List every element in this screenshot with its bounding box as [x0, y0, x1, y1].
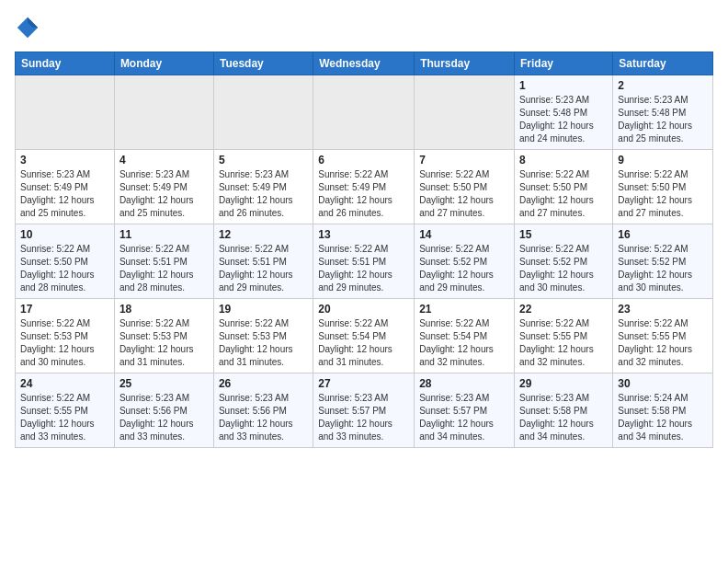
- week-row-1: 1Sunrise: 5:23 AM Sunset: 5:48 PM Daylig…: [16, 75, 713, 150]
- day-info: Sunrise: 5:23 AM Sunset: 5:57 PM Dayligh…: [318, 392, 409, 443]
- calendar-table: SundayMondayTuesdayWednesdayThursdayFrid…: [15, 52, 713, 448]
- day-header-wednesday: Wednesday: [313, 52, 415, 75]
- calendar-cell: [415, 75, 515, 150]
- day-number: 20: [318, 303, 409, 316]
- day-header-tuesday: Tuesday: [213, 52, 313, 75]
- calendar-cell: 4Sunrise: 5:23 AM Sunset: 5:49 PM Daylig…: [114, 150, 213, 224]
- calendar-cell: 1Sunrise: 5:23 AM Sunset: 5:48 PM Daylig…: [515, 75, 613, 150]
- day-number: 11: [119, 228, 209, 241]
- day-info: Sunrise: 5:22 AM Sunset: 5:52 PM Dayligh…: [519, 243, 608, 294]
- calendar-cell: [114, 75, 213, 150]
- calendar-cell: [313, 75, 415, 150]
- week-row-3: 10Sunrise: 5:22 AM Sunset: 5:50 PM Dayli…: [16, 224, 713, 299]
- day-info: Sunrise: 5:22 AM Sunset: 5:53 PM Dayligh…: [20, 317, 109, 369]
- day-info: Sunrise: 5:23 AM Sunset: 5:56 PM Dayligh…: [119, 392, 209, 443]
- day-info: Sunrise: 5:23 AM Sunset: 5:56 PM Dayligh…: [219, 392, 308, 443]
- logo-icon: [15, 15, 40, 40]
- calendar-cell: 25Sunrise: 5:23 AM Sunset: 5:56 PM Dayli…: [114, 373, 213, 448]
- day-info: Sunrise: 5:22 AM Sunset: 5:55 PM Dayligh…: [618, 317, 708, 369]
- day-info: Sunrise: 5:22 AM Sunset: 5:51 PM Dayligh…: [119, 243, 209, 294]
- week-row-4: 17Sunrise: 5:22 AM Sunset: 5:53 PM Dayli…: [16, 299, 713, 373]
- header-row: SundayMondayTuesdayWednesdayThursdayFrid…: [16, 52, 713, 75]
- day-info: Sunrise: 5:22 AM Sunset: 5:55 PM Dayligh…: [519, 317, 608, 369]
- calendar-cell: 9Sunrise: 5:22 AM Sunset: 5:50 PM Daylig…: [613, 150, 713, 224]
- calendar-cell: 22Sunrise: 5:22 AM Sunset: 5:55 PM Dayli…: [515, 299, 613, 373]
- calendar-cell: 15Sunrise: 5:22 AM Sunset: 5:52 PM Dayli…: [515, 224, 613, 299]
- day-info: Sunrise: 5:23 AM Sunset: 5:48 PM Dayligh…: [519, 94, 608, 145]
- day-number: 8: [519, 154, 608, 167]
- day-info: Sunrise: 5:23 AM Sunset: 5:48 PM Dayligh…: [618, 94, 708, 145]
- day-info: Sunrise: 5:23 AM Sunset: 5:58 PM Dayligh…: [519, 392, 608, 443]
- calendar-cell: 12Sunrise: 5:22 AM Sunset: 5:51 PM Dayli…: [213, 224, 313, 299]
- day-info: Sunrise: 5:23 AM Sunset: 5:57 PM Dayligh…: [419, 392, 509, 443]
- day-info: Sunrise: 5:22 AM Sunset: 5:49 PM Dayligh…: [318, 168, 409, 220]
- calendar-cell: 19Sunrise: 5:22 AM Sunset: 5:53 PM Dayli…: [213, 299, 313, 373]
- calendar-cell: [213, 75, 313, 150]
- calendar-cell: 24Sunrise: 5:22 AM Sunset: 5:55 PM Dayli…: [16, 373, 115, 448]
- day-number: 19: [219, 303, 308, 316]
- calendar-cell: 28Sunrise: 5:23 AM Sunset: 5:57 PM Dayli…: [415, 373, 515, 448]
- day-header-saturday: Saturday: [613, 52, 713, 75]
- day-number: 28: [419, 377, 509, 390]
- day-info: Sunrise: 5:22 AM Sunset: 5:52 PM Dayligh…: [618, 243, 708, 294]
- day-number: 29: [519, 377, 608, 390]
- day-number: 3: [20, 154, 109, 167]
- day-number: 4: [119, 154, 209, 167]
- day-header-friday: Friday: [515, 52, 613, 75]
- day-number: 15: [519, 228, 608, 241]
- calendar-cell: 13Sunrise: 5:22 AM Sunset: 5:51 PM Dayli…: [313, 224, 415, 299]
- day-info: Sunrise: 5:22 AM Sunset: 5:50 PM Dayligh…: [618, 168, 708, 220]
- week-row-2: 3Sunrise: 5:23 AM Sunset: 5:49 PM Daylig…: [16, 150, 713, 224]
- calendar-cell: 18Sunrise: 5:22 AM Sunset: 5:53 PM Dayli…: [114, 299, 213, 373]
- day-number: 25: [119, 377, 209, 390]
- calendar-cell: 17Sunrise: 5:22 AM Sunset: 5:53 PM Dayli…: [16, 299, 115, 373]
- calendar-cell: 11Sunrise: 5:22 AM Sunset: 5:51 PM Dayli…: [114, 224, 213, 299]
- day-number: 24: [20, 377, 109, 390]
- calendar-cell: 5Sunrise: 5:23 AM Sunset: 5:49 PM Daylig…: [213, 150, 313, 224]
- day-number: 9: [618, 154, 708, 167]
- day-number: 14: [419, 228, 509, 241]
- calendar-cell: 6Sunrise: 5:22 AM Sunset: 5:49 PM Daylig…: [313, 150, 415, 224]
- day-number: 22: [519, 303, 608, 316]
- day-header-sunday: Sunday: [16, 52, 115, 75]
- calendar-header: SundayMondayTuesdayWednesdayThursdayFrid…: [16, 52, 713, 75]
- day-info: Sunrise: 5:22 AM Sunset: 5:51 PM Dayligh…: [219, 243, 308, 294]
- day-info: Sunrise: 5:23 AM Sunset: 5:49 PM Dayligh…: [119, 168, 209, 220]
- calendar-cell: 27Sunrise: 5:23 AM Sunset: 5:57 PM Dayli…: [313, 373, 415, 448]
- calendar-cell: 16Sunrise: 5:22 AM Sunset: 5:52 PM Dayli…: [613, 224, 713, 299]
- day-number: 13: [318, 228, 409, 241]
- day-info: Sunrise: 5:22 AM Sunset: 5:53 PM Dayligh…: [219, 317, 308, 369]
- day-number: 23: [618, 303, 708, 316]
- week-row-5: 24Sunrise: 5:22 AM Sunset: 5:55 PM Dayli…: [16, 373, 713, 448]
- day-info: Sunrise: 5:22 AM Sunset: 5:50 PM Dayligh…: [20, 243, 109, 294]
- calendar-cell: 30Sunrise: 5:24 AM Sunset: 5:58 PM Dayli…: [613, 373, 713, 448]
- day-number: 10: [20, 228, 109, 241]
- day-number: 30: [618, 377, 708, 390]
- day-info: Sunrise: 5:22 AM Sunset: 5:51 PM Dayligh…: [318, 243, 409, 294]
- day-info: Sunrise: 5:22 AM Sunset: 5:54 PM Dayligh…: [318, 317, 409, 369]
- day-header-monday: Monday: [114, 52, 213, 75]
- day-number: 16: [618, 228, 708, 241]
- calendar-cell: 8Sunrise: 5:22 AM Sunset: 5:50 PM Daylig…: [515, 150, 613, 224]
- calendar-cell: 29Sunrise: 5:23 AM Sunset: 5:58 PM Dayli…: [515, 373, 613, 448]
- calendar-body: 1Sunrise: 5:23 AM Sunset: 5:48 PM Daylig…: [16, 75, 713, 448]
- calendar-cell: 2Sunrise: 5:23 AM Sunset: 5:48 PM Daylig…: [613, 75, 713, 150]
- calendar-cell: 23Sunrise: 5:22 AM Sunset: 5:55 PM Dayli…: [613, 299, 713, 373]
- day-number: 12: [219, 228, 308, 241]
- calendar-cell: 7Sunrise: 5:22 AM Sunset: 5:50 PM Daylig…: [415, 150, 515, 224]
- day-info: Sunrise: 5:24 AM Sunset: 5:58 PM Dayligh…: [618, 392, 708, 443]
- day-info: Sunrise: 5:23 AM Sunset: 5:49 PM Dayligh…: [20, 168, 109, 220]
- day-number: 2: [618, 79, 708, 92]
- day-number: 1: [519, 79, 608, 92]
- day-number: 21: [419, 303, 509, 316]
- day-info: Sunrise: 5:22 AM Sunset: 5:55 PM Dayligh…: [20, 392, 109, 443]
- page-header: [15, 15, 713, 40]
- day-number: 26: [219, 377, 308, 390]
- calendar-cell: 14Sunrise: 5:22 AM Sunset: 5:52 PM Dayli…: [415, 224, 515, 299]
- calendar-cell: 3Sunrise: 5:23 AM Sunset: 5:49 PM Daylig…: [16, 150, 115, 224]
- day-number: 5: [219, 154, 308, 167]
- day-info: Sunrise: 5:23 AM Sunset: 5:49 PM Dayligh…: [219, 168, 308, 220]
- calendar-cell: [16, 75, 115, 150]
- day-number: 7: [419, 154, 509, 167]
- logo: [15, 15, 44, 40]
